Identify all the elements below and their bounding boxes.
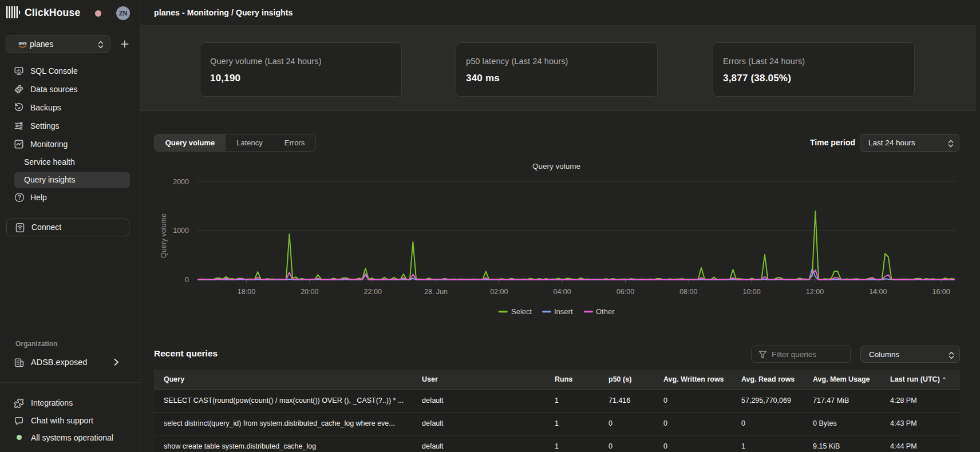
svg-text:16:00: 16:00	[932, 288, 950, 296]
svg-text:Query volume: Query volume	[532, 162, 580, 171]
svg-text:Other: Other	[596, 307, 615, 316]
svg-text:Insert: Insert	[554, 307, 573, 316]
svg-text:02:00: 02:00	[490, 288, 508, 296]
svg-text:12:00: 12:00	[806, 288, 824, 296]
svg-text:0: 0	[185, 276, 189, 284]
svg-text:10:00: 10:00	[742, 288, 760, 296]
svg-text:Select: Select	[511, 307, 532, 316]
svg-text:08:00: 08:00	[679, 288, 697, 296]
svg-text:22:00: 22:00	[364, 288, 382, 296]
svg-text:14:00: 14:00	[869, 288, 887, 296]
svg-text:1000: 1000	[173, 227, 189, 235]
svg-text:06:00: 06:00	[617, 288, 634, 296]
svg-text:Query volume: Query volume	[160, 213, 168, 258]
svg-text:20:00: 20:00	[301, 288, 318, 296]
svg-text:18:00: 18:00	[238, 288, 255, 296]
svg-text:aws: aws	[19, 41, 27, 46]
svg-text:04:00: 04:00	[553, 288, 571, 296]
svg-text:2000: 2000	[173, 178, 189, 186]
svg-text:28. Jun: 28. Jun	[424, 288, 448, 296]
